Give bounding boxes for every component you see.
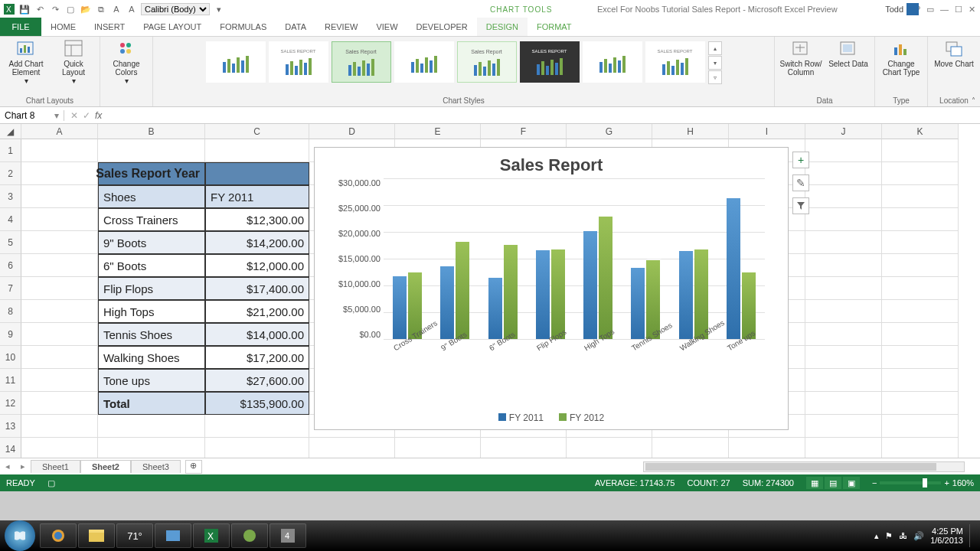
- start-button[interactable]: [5, 520, 35, 551]
- row-header[interactable]: 14: [0, 438, 21, 458]
- cancel-formula-icon[interactable]: ✕: [70, 110, 78, 121]
- col-J[interactable]: J: [805, 124, 882, 139]
- font-up-icon[interactable]: A: [126, 3, 138, 15]
- chart-title[interactable]: Sales Report: [315, 148, 788, 178]
- col-I[interactable]: I: [729, 124, 805, 139]
- row-header[interactable]: 8: [0, 300, 21, 323]
- macro-record-icon[interactable]: ▢: [47, 478, 55, 488]
- select-data-button[interactable]: Select Data: [827, 38, 870, 68]
- ribbon-options-icon[interactable]: ▭: [926, 5, 934, 15]
- tab-insert[interactable]: INSERT: [85, 18, 134, 36]
- tab-format[interactable]: FORMAT: [528, 18, 581, 36]
- quick-layout-button[interactable]: Quick Layout ▾: [52, 38, 95, 85]
- tab-developer[interactable]: DEVELOPER: [407, 18, 477, 36]
- tab-review[interactable]: REVIEW: [315, 18, 367, 36]
- chart-style-8[interactable]: SALES REPORT: [645, 41, 705, 83]
- row-header[interactable]: 7: [0, 277, 21, 300]
- undo-icon[interactable]: ↶: [34, 3, 46, 15]
- chart-style-6[interactable]: SALES REPORT: [520, 41, 580, 83]
- taskbar-explorer[interactable]: [78, 523, 115, 548]
- taskbar-weather[interactable]: 71°: [116, 523, 153, 548]
- col-A[interactable]: A: [21, 124, 98, 139]
- select-all[interactable]: ◢: [0, 124, 21, 139]
- collapse-ribbon-icon[interactable]: ˄: [972, 96, 975, 105]
- add-chart-element-button[interactable]: Add Chart Element ▾: [5, 38, 47, 85]
- zoom-control[interactable]: −+160%: [872, 478, 974, 487]
- sheet-tab-3[interactable]: Sheet3: [131, 460, 181, 473]
- tray-up-icon[interactable]: ▴: [874, 531, 879, 541]
- qat-more-icon[interactable]: ▾: [213, 3, 225, 15]
- style-gallery-scroll[interactable]: ▴▾▿: [708, 41, 722, 84]
- row-header[interactable]: 6: [0, 254, 21, 277]
- row-header[interactable]: 12: [0, 392, 21, 415]
- enter-formula-icon[interactable]: ✓: [83, 110, 90, 121]
- tab-file[interactable]: FILE: [0, 18, 41, 36]
- close-icon[interactable]: ✕: [969, 5, 975, 15]
- tab-data[interactable]: DATA: [276, 18, 315, 36]
- row-header[interactable]: 4: [0, 208, 21, 231]
- chart-elements-button[interactable]: +: [792, 152, 809, 168]
- tab-design[interactable]: DESIGN: [477, 18, 528, 36]
- fx-icon[interactable]: fx: [95, 110, 102, 121]
- change-colors-button[interactable]: Change Colors ▾: [105, 38, 148, 85]
- font-down-icon[interactable]: A: [110, 3, 122, 15]
- row-header[interactable]: 3: [0, 185, 21, 208]
- row-header[interactable]: 11: [0, 369, 21, 392]
- col-C[interactable]: C: [205, 124, 309, 139]
- taskbar-excel[interactable]: X: [193, 523, 230, 548]
- worksheet-grid[interactable]: ◢ A B C D E F G H I J K 12Sales Report Y…: [0, 124, 980, 458]
- tab-formulas[interactable]: FORMULAS: [211, 18, 276, 36]
- taskbar-app1[interactable]: [155, 523, 191, 548]
- switch-row-column-button[interactable]: Switch Row/ Column: [779, 38, 822, 77]
- change-chart-type-button[interactable]: Change Chart Type: [880, 38, 923, 77]
- col-F[interactable]: F: [481, 124, 567, 139]
- sheet-tab-1[interactable]: Sheet1: [31, 460, 80, 473]
- row-header[interactable]: 9: [0, 323, 21, 346]
- row-header[interactable]: 5: [0, 231, 21, 254]
- system-tray[interactable]: ▴ ⚑ 🖧 🔊 4:25 PM1/6/2013: [874, 524, 975, 547]
- taskbar-app2[interactable]: [231, 523, 268, 548]
- chart-style-1[interactable]: [206, 41, 266, 83]
- col-B[interactable]: B: [98, 124, 205, 139]
- show-desktop[interactable]: [969, 524, 975, 547]
- tab-view[interactable]: VIEW: [367, 18, 407, 36]
- view-buttons[interactable]: ▦▤▣: [806, 477, 860, 489]
- tray-flag-icon[interactable]: ⚑: [885, 531, 893, 541]
- redo-icon[interactable]: ↷: [49, 3, 61, 15]
- horizontal-scroll[interactable]: [202, 461, 980, 472]
- tab-pagelayout[interactable]: PAGE LAYOUT: [134, 18, 211, 36]
- chart-style-3[interactable]: Sales Report: [332, 41, 391, 83]
- open-icon[interactable]: 📂: [80, 3, 92, 15]
- new-icon[interactable]: ▢: [64, 3, 77, 15]
- chart-style-4[interactable]: [394, 41, 454, 83]
- chart-plot-area[interactable]: $30,000.00$25,000.00$20,000.00$15,000.00…: [384, 178, 765, 339]
- taskbar-firefox[interactable]: [40, 523, 77, 548]
- sheet-tab-2[interactable]: Sheet2: [80, 460, 131, 473]
- save-icon[interactable]: 💾: [18, 3, 31, 15]
- copy-icon[interactable]: ⧉: [95, 3, 107, 15]
- embedded-chart[interactable]: Sales Report $30,000.00$25,000.00$20,000…: [314, 147, 789, 430]
- chart-legend[interactable]: FY 2011 FY 2012: [315, 412, 788, 423]
- minimize-icon[interactable]: —: [940, 5, 949, 15]
- chart-style-2[interactable]: SALES REPORT: [269, 41, 328, 83]
- maximize-icon[interactable]: ☐: [955, 5, 962, 15]
- col-E[interactable]: E: [395, 124, 481, 139]
- move-chart-button[interactable]: Move Chart: [933, 38, 975, 68]
- row-header[interactable]: 1: [0, 139, 21, 162]
- chart-style-7[interactable]: [583, 41, 642, 83]
- col-K[interactable]: K: [882, 124, 959, 139]
- chart-style-5[interactable]: Sales Report: [457, 41, 517, 83]
- name-box[interactable]: Chart 8▾: [0, 110, 64, 121]
- col-H[interactable]: H: [652, 124, 729, 139]
- row-header[interactable]: 13: [0, 415, 21, 438]
- user-account[interactable]: Todd: [885, 3, 919, 15]
- col-G[interactable]: G: [567, 124, 652, 139]
- font-picker[interactable]: Calibri (Body): [141, 3, 210, 15]
- chart-filter-button[interactable]: [792, 197, 809, 214]
- chart-styles-button[interactable]: ✎: [792, 174, 809, 191]
- row-header[interactable]: 2: [0, 162, 21, 185]
- tab-home[interactable]: HOME: [41, 18, 85, 36]
- col-D[interactable]: D: [309, 124, 395, 139]
- taskbar-app3[interactable]: 4: [270, 523, 306, 548]
- sheet-nav-next[interactable]: ▸: [15, 461, 31, 471]
